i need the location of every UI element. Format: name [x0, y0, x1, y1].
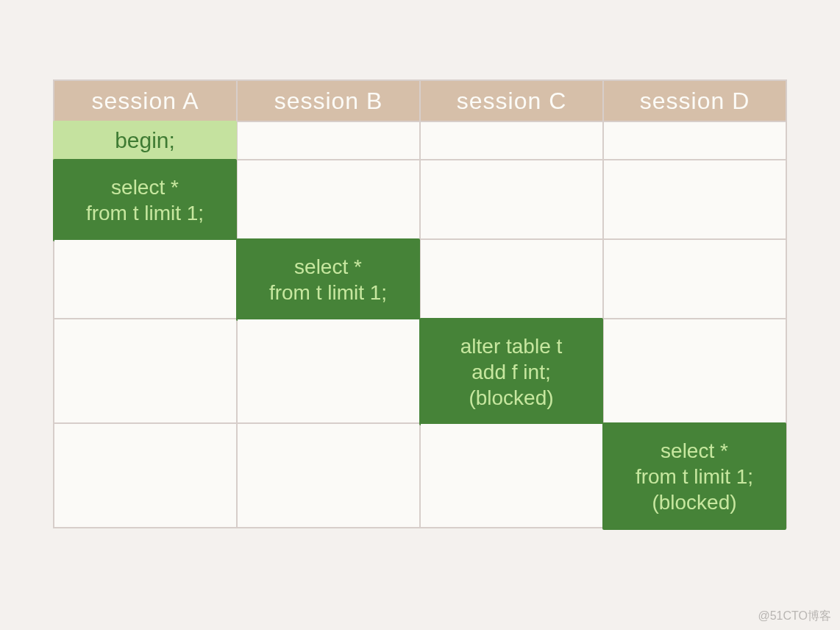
step-row: alter table t add f int; (blocked): [54, 319, 786, 423]
cell: [603, 319, 786, 423]
stmt-session-a-select: select * from t limit 1;: [53, 159, 237, 241]
cell: [603, 239, 786, 319]
cell: [420, 160, 603, 239]
cell: [237, 121, 420, 160]
cell: select * from t limit 1; (blocked): [603, 423, 786, 528]
header-session-b: session B: [237, 80, 420, 121]
cell: [237, 423, 420, 528]
lock-sequence-diagram: session A session B session C session D …: [53, 79, 787, 528]
cell: alter table t add f int; (blocked): [420, 319, 603, 423]
cell: select * from t limit 1;: [54, 160, 237, 239]
header-session-d: session D: [603, 80, 786, 121]
session-table: session A session B session C session D …: [53, 79, 787, 528]
cell: [54, 319, 237, 423]
cell: begin;: [54, 121, 237, 160]
cell: [420, 121, 603, 160]
stmt-session-c-alter: alter table t add f int; (blocked): [419, 318, 603, 425]
cell: [420, 239, 603, 319]
cell: [54, 239, 237, 319]
header-session-a: session A: [54, 80, 237, 121]
cell: select * from t limit 1;: [237, 239, 420, 319]
cell: [420, 423, 603, 528]
stmt-session-d-select: select * from t limit 1; (blocked): [602, 422, 786, 530]
step-row: begin;: [54, 121, 786, 160]
cell: [603, 160, 786, 239]
watermark: @51CTO博客: [758, 609, 831, 624]
cell: [237, 319, 420, 423]
header-row: session A session B session C session D: [54, 80, 786, 121]
step-row: select * from t limit 1; (blocked): [54, 423, 786, 528]
stmt-session-b-select: select * from t limit 1;: [236, 238, 420, 321]
stmt-begin: begin;: [53, 121, 237, 160]
cell: [603, 121, 786, 160]
step-row: select * from t limit 1;: [54, 239, 786, 319]
step-row: select * from t limit 1;: [54, 160, 786, 239]
header-session-c: session C: [420, 80, 603, 121]
cell: [237, 160, 420, 239]
cell: [54, 423, 237, 528]
